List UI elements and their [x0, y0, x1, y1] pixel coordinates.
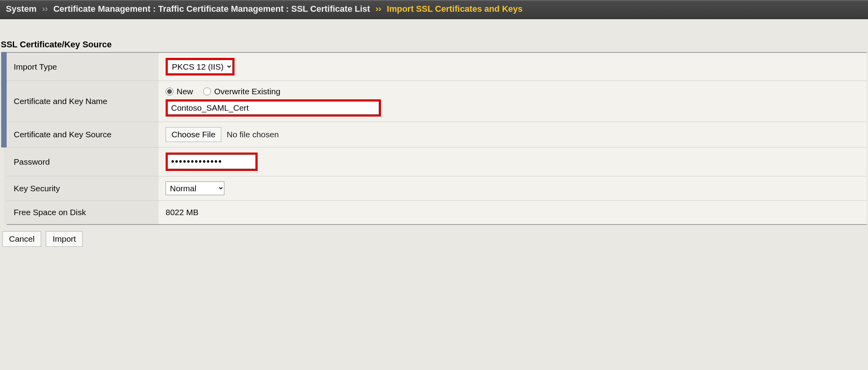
- cancel-button[interactable]: Cancel: [2, 231, 41, 247]
- row-cert-key-source: Certificate and Key Source Choose File N…: [4, 122, 867, 147]
- label-import-type: Import Type: [4, 52, 159, 81]
- key-security-select[interactable]: Normal: [166, 181, 224, 195]
- file-status-text: No file chosen: [227, 130, 279, 139]
- breadcrumb-item-path[interactable]: Certificate Management : Traffic Certifi…: [53, 4, 370, 14]
- highlight-cert-name: [166, 99, 381, 117]
- cert-name-radio-group: New Overwrite Existing: [166, 87, 860, 96]
- row-password: Password: [4, 147, 867, 176]
- radio-overwrite[interactable]: [203, 88, 211, 95]
- highlight-password: [166, 153, 258, 171]
- choose-file-button[interactable]: Choose File: [166, 127, 221, 142]
- row-free-space: Free Space on Disk 8022 MB: [4, 201, 867, 225]
- breadcrumb-separator: ››: [39, 4, 51, 14]
- label-cert-key-source: Certificate and Key Source: [4, 122, 159, 147]
- value-free-space: 8022 MB: [159, 201, 867, 225]
- label-key-security: Key Security: [4, 176, 159, 201]
- row-import-type: Import Type PKCS 12 (IIS): [4, 52, 867, 81]
- section-title: SSL Certificate/Key Source: [0, 19, 868, 52]
- breadcrumb-separator: ››: [372, 4, 384, 14]
- highlight-import-type: PKCS 12 (IIS): [166, 58, 235, 75]
- breadcrumb-item-system[interactable]: System: [6, 4, 36, 14]
- cert-name-input[interactable]: [168, 101, 379, 115]
- password-input[interactable]: [168, 154, 256, 169]
- radio-new[interactable]: [166, 88, 173, 95]
- import-type-select[interactable]: PKCS 12 (IIS): [168, 60, 233, 74]
- form-table: Import Type PKCS 12 (IIS) Certificate an…: [1, 52, 867, 225]
- label-cert-key-name: Certificate and Key Name: [4, 81, 159, 122]
- radio-overwrite-label: Overwrite Existing: [214, 87, 280, 96]
- label-password: Password: [4, 147, 159, 176]
- import-button[interactable]: Import: [46, 231, 83, 247]
- breadcrumb: System ›› Certificate Management : Traff…: [0, 0, 868, 19]
- label-free-space: Free Space on Disk: [4, 201, 159, 225]
- row-cert-key-name: Certificate and Key Name New Overwrite E…: [4, 81, 867, 122]
- breadcrumb-item-current: Import SSL Certificates and Keys: [387, 4, 523, 14]
- row-key-security: Key Security Normal: [4, 176, 867, 201]
- radio-new-label: New: [177, 87, 193, 96]
- button-bar: Cancel Import: [0, 225, 868, 253]
